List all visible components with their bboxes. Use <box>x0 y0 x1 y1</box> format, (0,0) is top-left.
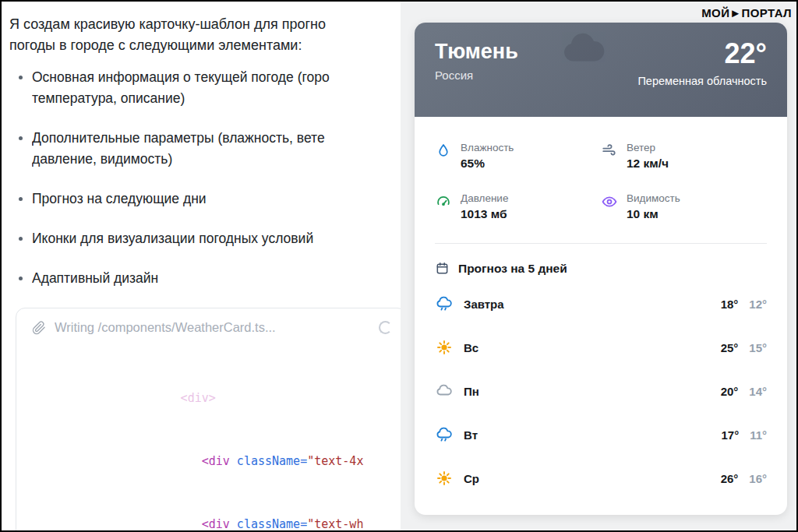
forecast-day: Завтра <box>464 298 504 311</box>
param-value: 10 км <box>627 207 680 221</box>
forecast-day: Пн <box>464 385 479 398</box>
bullet-icon <box>19 237 23 241</box>
param-label: Ветер <box>627 142 669 153</box>
loading-spinner-icon <box>379 321 392 334</box>
forecast-day: Вс <box>464 341 478 354</box>
forecast-row: Пн 20° 14° <box>435 369 767 413</box>
forecast-day: Ср <box>464 472 479 485</box>
cloud-icon <box>435 382 454 400</box>
bullet-icon <box>19 197 23 201</box>
bullet-icon <box>19 136 23 140</box>
pressure-icon <box>435 193 452 210</box>
list-item: Основная информация о текущей погоде (го… <box>9 67 401 109</box>
forecast-high: 18° <box>721 298 739 311</box>
weather-params: Влажность 65% Ветер 12 км/ч <box>415 117 787 221</box>
bullet-line: Прогноз на следующие дни <box>32 188 207 210</box>
param-humidity: Влажность 65% <box>435 142 601 171</box>
forecast-low: 11° <box>750 428 767 442</box>
rain-icon <box>435 294 454 313</box>
chat-paragraph-line: погоды в городе с следующими элементами: <box>9 35 401 56</box>
bullet-line: температура, описание) <box>32 88 330 109</box>
param-pressure: Давление 1013 мб <box>435 192 601 221</box>
list-item: Дополнительные параметры (влажность, вет… <box>9 128 401 170</box>
forecast-day: Вт <box>464 428 478 442</box>
forecast-row: Вс 25° 15° <box>435 326 767 369</box>
code-tool-header[interactable]: Writing /components/WeatherCard.ts... <box>16 308 401 343</box>
weather-card-header: Тюмень Россия 22° Переменная облачность <box>415 23 787 117</box>
bullet-icon <box>19 277 23 280</box>
forecast-low: 14° <box>749 385 767 398</box>
chat-bullet-list: Основная информация о текущей погоде (го… <box>9 67 401 289</box>
forecast-high: 17° <box>721 428 739 442</box>
param-value: 12 км/ч <box>627 157 669 171</box>
code-line: <div className="text-4x <box>40 451 401 472</box>
bullet-line: Дополнительные параметры (влажность, вет… <box>32 128 325 149</box>
param-visibility: Видимость 10 км <box>601 192 767 221</box>
param-label: Видимость <box>627 192 680 204</box>
forecast-header: Прогноз на 5 дней <box>415 244 787 279</box>
bullet-line: Основная информация о текущей погоде (го… <box>32 67 330 88</box>
forecast-row: Ср 26° 16° <box>435 456 767 500</box>
city-name: Тюмень <box>435 40 518 64</box>
screenshot-frame: Я создам красивую карточку-шаблон для пр… <box>0 0 798 532</box>
paperclip-icon <box>32 321 46 335</box>
forecast-row: Вт 17° 11° <box>435 413 767 456</box>
bullet-line: давление, видимость) <box>32 149 325 170</box>
code-tool-card: Writing /components/WeatherCard.ts... <d… <box>16 308 401 530</box>
forecast-low: 12° <box>749 298 767 311</box>
list-item: Прогноз на следующие дни <box>9 188 401 210</box>
background-cloud-icon <box>549 26 619 77</box>
param-value: 65% <box>461 157 514 171</box>
forecast-row: Завтра 18° 12° <box>435 282 767 326</box>
sun-icon <box>435 338 454 357</box>
forecast-high: 26° <box>721 472 739 485</box>
forecast-low: 15° <box>749 341 767 354</box>
forecast-low: 16° <box>749 472 767 485</box>
code-line: <div className="text-wh <box>40 514 401 530</box>
list-item: Адаптивный дизайн <box>9 268 401 289</box>
chat-pane: Я создам красивую карточку-шаблон для пр… <box>2 2 401 530</box>
param-wind: Ветер 12 км/ч <box>601 142 767 171</box>
forecast-list: Завтра 18° 12° Вс 25° <box>415 279 787 506</box>
current-temperature: 22° <box>637 40 767 68</box>
param-label: Давление <box>461 192 508 204</box>
rain-icon <box>435 425 454 444</box>
sun-icon <box>435 469 454 488</box>
forecast-title: Прогноз на 5 дней <box>458 262 567 276</box>
bullet-line: Адаптивный дизайн <box>32 268 158 289</box>
code-block: <div> <div className="text-4x <div class… <box>16 343 401 530</box>
forecast-high: 25° <box>721 341 739 354</box>
param-value: 1013 мб <box>461 207 508 221</box>
param-label: Влажность <box>461 142 514 153</box>
preview-pane: МОЙ►ПОРТАЛ Тюмень Россия 22° Переменная … <box>401 2 798 530</box>
code-line: <div> <box>40 388 401 409</box>
humidity-icon <box>435 143 452 160</box>
site-logo: МОЙ►ПОРТАЛ <box>701 6 792 19</box>
code-tool-status: Writing /components/WeatherCard.ts... <box>55 320 276 335</box>
forecast-high: 20° <box>721 385 739 398</box>
chat-paragraph-line: Я создам красивую карточку-шаблон для пр… <box>9 14 401 35</box>
bullet-icon <box>19 76 23 79</box>
weather-card: Тюмень Россия 22° Переменная облачность <box>415 23 787 515</box>
list-item: Иконки для визуализации погодных условий <box>9 228 401 249</box>
bullet-line: Иконки для визуализации погодных условий <box>32 228 313 249</box>
wind-icon <box>601 143 618 160</box>
calendar-icon <box>435 261 450 276</box>
country-name: Россия <box>435 69 518 82</box>
visibility-icon <box>601 193 618 210</box>
weather-condition: Переменная облачность <box>637 75 767 87</box>
